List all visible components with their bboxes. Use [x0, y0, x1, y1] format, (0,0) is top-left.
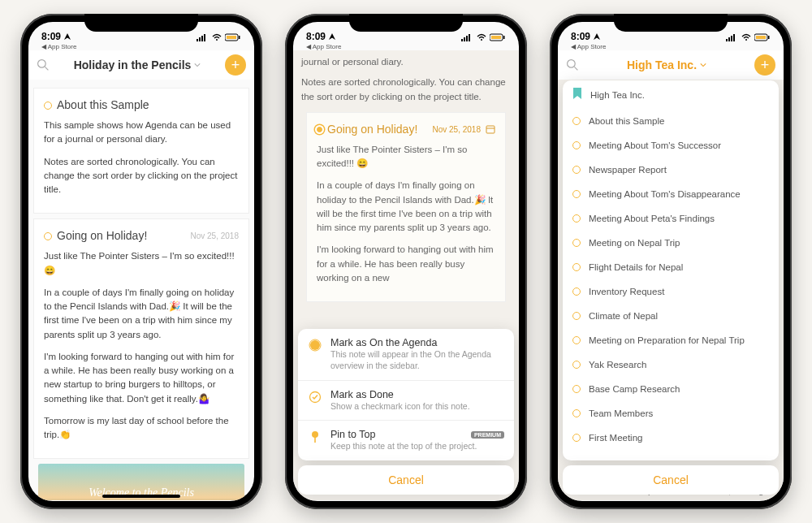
svg-rect-11	[464, 37, 465, 41]
list-item-label: Meeting on Preparation for Nepal Trip	[589, 335, 745, 345]
list-header[interactable]: High Tea Inc.	[563, 80, 779, 109]
wifi-icon	[476, 33, 487, 41]
svg-rect-6	[227, 36, 236, 39]
svg-rect-12	[466, 36, 468, 41]
cancel-button[interactable]: Cancel	[298, 465, 514, 495]
notch	[349, 14, 463, 32]
note-date: Nov 25, 2018	[191, 230, 240, 242]
return-to-appstore[interactable]: ◀ App Store	[28, 43, 254, 50]
phone-frame-1: 8:09 ◀ App Store Holiday in the Pencils …	[20, 14, 262, 509]
list-item-label: Meeting on Nepal Trip	[589, 238, 680, 248]
list-item[interactable]: First Meeting	[563, 426, 779, 450]
pin-to-top-action[interactable]: Pin to Top PREMIUM Keep this note at the…	[298, 421, 514, 460]
calendar-icon	[486, 124, 495, 134]
premium-badge: PREMIUM	[471, 431, 504, 439]
list-item-label: Inventory Request	[589, 287, 664, 296]
list-item[interactable]: Meeting on Nepal Trip	[563, 231, 779, 255]
svg-rect-24	[314, 437, 316, 443]
list-item-label: Meeting About Tom's Disappearance	[589, 189, 741, 199]
list-item-label: Meeting About Tom's Successor	[589, 140, 721, 150]
list-item[interactable]: About this Sample	[563, 109, 779, 133]
list-item[interactable]: Meeting About Tom's Disappearance	[563, 182, 779, 206]
list-item-label: Climate of Nepal	[589, 311, 658, 321]
list-item[interactable]: Meeting About Tom's Successor	[563, 133, 779, 158]
list-item-label: Flight Details for Nepal	[589, 262, 683, 272]
phone-frame-3: 8:09 ◀ App Store High Tea Inc. + About t…	[550, 14, 792, 509]
notch	[84, 14, 198, 32]
list-item[interactable]: Inventory Request	[563, 279, 779, 304]
mark-on-agenda-action[interactable]: Mark as On the Agenda This note will app…	[298, 329, 514, 380]
svg-point-20	[310, 340, 320, 350]
note-card[interactable]: Going on Holiday! Nov 25, 2018 Just like…	[33, 218, 249, 459]
home-indicator[interactable]	[102, 495, 180, 498]
list-item[interactable]: Base Camp Research	[563, 377, 779, 401]
bookmark-icon	[572, 88, 582, 102]
toolbar: Holiday in the Pencils +	[28, 50, 254, 80]
search-icon[interactable]	[566, 58, 579, 71]
svg-point-4	[216, 39, 218, 41]
svg-point-23	[312, 431, 318, 438]
svg-rect-28	[733, 34, 735, 41]
mark-done-action[interactable]: Mark as Done Show a checkmark icon for t…	[298, 381, 514, 421]
add-button[interactable]: +	[225, 54, 246, 76]
note-paragraph: I'm looking forward to hanging out with …	[44, 350, 239, 406]
list-item[interactable]: Flight Details for Nepal	[563, 255, 779, 279]
note-paragraph: Tomorrow is my last day of school before…	[44, 414, 239, 443]
list-item-label: Newspaper Report	[589, 165, 667, 175]
note-bullet-icon	[572, 141, 581, 149]
svg-point-14	[481, 39, 482, 41]
note-bullet-icon	[44, 102, 52, 110]
svg-point-29	[745, 39, 747, 41]
list-item[interactable]: Yak Research	[563, 352, 779, 377]
note-bullet-icon	[572, 263, 581, 271]
svg-rect-26	[728, 37, 730, 41]
note-card[interactable]: About this Sample This sample shows how …	[33, 88, 249, 214]
note-bullet-icon	[572, 409, 581, 417]
return-to-appstore[interactable]: ◀ App Store	[293, 43, 519, 50]
note-bullet-icon	[44, 232, 52, 240]
svg-rect-18	[486, 126, 495, 133]
svg-rect-3	[204, 34, 205, 41]
wifi-icon	[211, 33, 222, 41]
note-bullet-icon	[572, 336, 581, 344]
battery-icon	[490, 33, 506, 41]
svg-rect-0	[197, 39, 198, 41]
notes-list-sheet: High Tea Inc. About this SampleMeeting A…	[563, 80, 779, 460]
list-item-label: Base Camp Research	[589, 384, 680, 394]
return-to-appstore[interactable]: ◀ App Store	[558, 43, 784, 50]
note-paragraph: Notes are sorted chronologically. You ca…	[44, 155, 239, 197]
project-title[interactable]: High Tea Inc.	[584, 58, 749, 71]
note-bullet-icon	[572, 361, 581, 369]
notes-content: About this Sample This sample shows how …	[28, 80, 254, 500]
list-item[interactable]: Newspaper Report	[563, 158, 779, 182]
list-item[interactable]: Meeting on Preparation for Nepal Trip	[563, 328, 779, 352]
list-item-label: First Meeting	[589, 433, 642, 443]
list-item[interactable]: Team Members	[563, 401, 779, 426]
note-bullet-icon	[572, 239, 581, 247]
clock-time: 8:09	[41, 31, 61, 42]
search-icon[interactable]	[37, 58, 50, 71]
svg-line-9	[45, 67, 48, 70]
svg-rect-1	[199, 37, 201, 41]
clock-time: 8:09	[571, 31, 590, 42]
add-button[interactable]: +	[754, 54, 775, 76]
note-bullet-icon	[572, 190, 581, 198]
location-icon	[594, 33, 600, 40]
list-item-label: Meeting About Peta's Findings	[589, 214, 715, 223]
svg-rect-17	[503, 36, 505, 39]
svg-rect-25	[726, 39, 728, 41]
svg-rect-31	[756, 36, 766, 39]
svg-rect-10	[461, 39, 463, 41]
pin-icon	[308, 430, 322, 444]
list-item[interactable]: Climate of Nepal	[563, 304, 779, 328]
note-bullet-icon	[572, 287, 581, 296]
signal-icon	[197, 33, 208, 41]
signal-icon	[726, 33, 737, 41]
list-item-label: Team Members	[589, 408, 653, 418]
project-title[interactable]: Holiday in the Pencils	[54, 58, 220, 71]
notch	[614, 14, 728, 32]
agenda-bullet-icon	[317, 127, 322, 132]
cancel-button[interactable]: Cancel	[563, 465, 779, 495]
note-bullet-icon	[572, 214, 581, 223]
list-item[interactable]: Meeting About Peta's Findings	[563, 206, 779, 231]
